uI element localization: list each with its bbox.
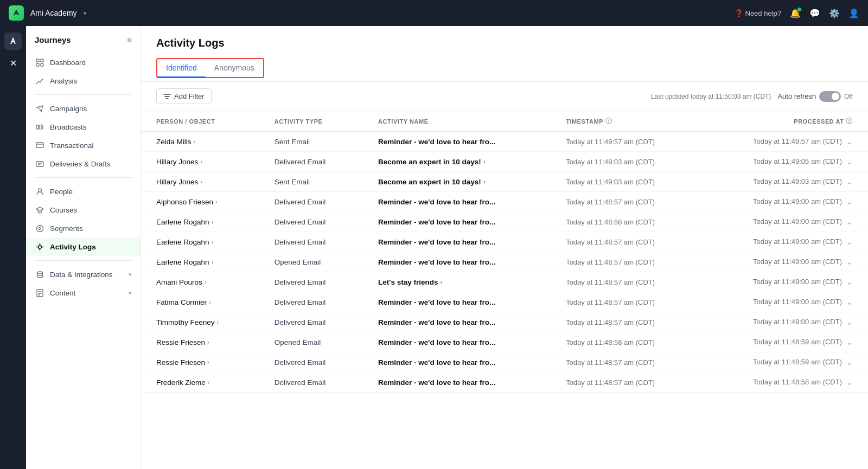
- person-cell: Zelda Mills ›: [141, 132, 259, 152]
- expand-row-button[interactable]: ⌄: [846, 258, 853, 266]
- timestamp-cell: Today at 11:49:57 am (CDT): [551, 132, 703, 152]
- rail-item-x[interactable]: ✕: [4, 54, 22, 72]
- deliveries-icon: [35, 159, 44, 169]
- table-row: Zelda Mills › Sent Email Reminder - we'd…: [141, 132, 868, 152]
- auto-refresh-toggle[interactable]: Auto refresh Off: [777, 91, 853, 102]
- tab-anonymous[interactable]: Anonymous: [206, 59, 263, 78]
- timestamp-cell: Today at 11:48:57 am (CDT): [551, 272, 703, 292]
- expand-row-button[interactable]: ⌄: [846, 197, 853, 206]
- activity-type-cell: Opened Email: [259, 252, 363, 272]
- sidebar-item-transactional[interactable]: Transactional: [26, 136, 141, 155]
- sidebar-item-data-integrations[interactable]: Data & Integrations ▾: [26, 265, 141, 284]
- person-name[interactable]: Frederik Zieme ›: [156, 378, 244, 387]
- people-icon: [35, 187, 44, 196]
- expand-row-button[interactable]: ⌄: [846, 137, 853, 146]
- col-activity-name: Activity Name: [363, 111, 551, 132]
- person-name[interactable]: Earlene Rogahn ›: [156, 238, 244, 246]
- activity-name-cell: Reminder - we'd love to hear fro...: [363, 192, 551, 212]
- person-name[interactable]: Hillary Jones ›: [156, 158, 244, 166]
- timestamp-value: Today at 11:48:57 am (CDT): [566, 278, 655, 286]
- person-name[interactable]: Earlene Rogahn ›: [156, 218, 244, 226]
- expand-row-button[interactable]: ⌄: [846, 217, 853, 226]
- tabs-outline: Identified Anonymous: [156, 58, 264, 78]
- sidebar-item-deliveries[interactable]: Deliveries & Drafts: [26, 155, 141, 173]
- dashboard-icon: [35, 57, 44, 67]
- person-name[interactable]: Earlene Rogahn ›: [156, 258, 244, 266]
- expand-row-button[interactable]: ⌄: [846, 177, 853, 186]
- expand-row-button[interactable]: ⌄: [846, 298, 853, 306]
- sidebar-item-analysis[interactable]: Analysis: [26, 72, 141, 90]
- workspace-title[interactable]: Ami Academy: [30, 9, 77, 17]
- person-name[interactable]: Hillary Jones ›: [156, 178, 244, 186]
- table-row: Alphonso Friesen › Delivered Email Remin…: [141, 192, 868, 212]
- settings-button[interactable]: ⚙️: [829, 8, 840, 18]
- sidebar-collapse-button[interactable]: «: [127, 35, 132, 44]
- messages-button[interactable]: 💬: [809, 8, 820, 18]
- person-name[interactable]: Zelda Mills ›: [156, 138, 244, 146]
- expand-row-button[interactable]: ⌄: [846, 338, 853, 346]
- top-nav: Ami Academy ▾ ❓ Need help? 🔔 💬 ⚙️ 👤: [0, 0, 868, 26]
- activity-logs-table-container: Person / Object Activity Type Activity N…: [141, 111, 868, 469]
- processed-at-cell: Today at 11:49:03 am (CDT) ⌄: [703, 172, 868, 192]
- segments-icon: [35, 223, 44, 233]
- person-name[interactable]: Amani Pouros ›: [156, 278, 244, 286]
- activity-type-cell: Delivered Email: [259, 192, 363, 212]
- sidebar-item-activity-logs[interactable]: Activity Logs: [26, 237, 141, 256]
- auto-refresh-pill[interactable]: [819, 91, 841, 102]
- person-chevron-icon: ›: [200, 178, 202, 185]
- sidebar-item-broadcasts[interactable]: Broadcasts: [26, 118, 141, 136]
- expand-row-button[interactable]: ⌄: [846, 318, 853, 326]
- processed-at-cell: Today at 11:49:00 am (CDT) ⌄: [703, 292, 868, 312]
- person-chevron-icon: ›: [194, 138, 196, 145]
- sidebar-nav: Dashboard Analysis Campaigns Broadcasts: [26, 49, 141, 306]
- campaigns-icon: [35, 104, 44, 113]
- timestamp-cell: Today at 11:48:58 am (CDT): [551, 332, 703, 352]
- notifications-button[interactable]: 🔔: [790, 8, 801, 18]
- person-name[interactable]: Alphonso Friesen ›: [156, 198, 244, 206]
- processed-at-info-icon: ⓘ: [846, 117, 853, 126]
- person-cell: Earlene Rogahn ›: [141, 252, 259, 272]
- processed-at-value: Today at 11:49:00 am (CDT): [753, 278, 842, 286]
- person-name[interactable]: Ressie Friesen ›: [156, 358, 244, 367]
- expand-row-button[interactable]: ⌄: [846, 237, 853, 246]
- activity-name-value[interactable]: Become an expert in 10 days! ›: [378, 178, 535, 186]
- table-head: Person / Object Activity Type Activity N…: [141, 111, 868, 132]
- profile-button[interactable]: 👤: [848, 8, 859, 18]
- sidebar-item-content[interactable]: Content ▾: [26, 284, 141, 302]
- activity-name-value: Reminder - we'd love to hear fro...: [378, 338, 535, 346]
- expand-row-button[interactable]: ⌄: [846, 278, 853, 286]
- expand-row-button[interactable]: ⌄: [846, 157, 853, 166]
- processed-at-cell: Today at 11:49:00 am (CDT) ⌄: [703, 252, 868, 272]
- tab-identified[interactable]: Identified: [157, 59, 206, 78]
- add-filter-button[interactable]: Add Filter: [156, 88, 212, 104]
- sidebar-item-dashboard[interactable]: Dashboard: [26, 53, 141, 72]
- expand-row-button[interactable]: ⌄: [846, 378, 853, 387]
- activity-name-value[interactable]: Let's stay friends ›: [378, 278, 535, 286]
- sidebar-item-people[interactable]: People: [26, 182, 141, 201]
- person-name[interactable]: Fatima Cormier ›: [156, 298, 244, 306]
- activity-chevron-icon: ›: [441, 279, 443, 285]
- table-row: Hillary Jones › Delivered Email Become a…: [141, 152, 868, 172]
- timestamp-cell: Today at 11:48:57 am (CDT): [551, 352, 703, 372]
- workspace-chevron[interactable]: ▾: [84, 10, 86, 16]
- processed-at-cell: Today at 11:49:00 am (CDT) ⌄: [703, 232, 868, 252]
- activity-name-value[interactable]: Become an expert in 10 days! ›: [378, 158, 535, 166]
- sidebar-item-campaigns[interactable]: Campaigns: [26, 99, 141, 118]
- table-row: Ressie Friesen › Delivered Email Reminde…: [141, 352, 868, 372]
- activity-name-cell: Reminder - we'd love to hear fro...: [363, 132, 551, 152]
- help-button[interactable]: ❓ Need help?: [735, 9, 782, 17]
- sidebar-item-label: Transactional: [50, 142, 94, 150]
- rail-item-logo[interactable]: [4, 33, 22, 50]
- activity-name-value: Reminder - we'd love to hear fro...: [378, 298, 535, 306]
- sidebar-item-courses[interactable]: Courses: [26, 201, 141, 219]
- person-name[interactable]: Timmothy Feeney ›: [156, 318, 244, 326]
- sidebar-item-label: Deliveries & Drafts: [50, 160, 111, 168]
- processed-at-value: Today at 11:48:58 am (CDT): [753, 378, 842, 386]
- person-cell: Fatima Cormier ›: [141, 292, 259, 312]
- person-name[interactable]: Ressie Friesen ›: [156, 338, 244, 346]
- processed-at-cell: Today at 11:49:00 am (CDT) ⌄: [703, 272, 868, 292]
- processed-at-value: Today at 11:49:00 am (CDT): [753, 217, 842, 226]
- expand-row-button[interactable]: ⌄: [846, 358, 853, 367]
- sidebar-item-segments[interactable]: Segments: [26, 219, 141, 237]
- table-row: Hillary Jones › Sent Email Become an exp…: [141, 172, 868, 192]
